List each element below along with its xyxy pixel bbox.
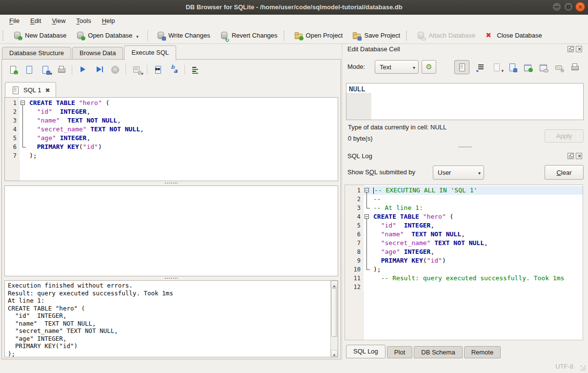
- menu-tools[interactable]: Tools: [71, 15, 96, 27]
- revert-changes-button[interactable]: Revert Changes: [215, 29, 283, 41]
- menu-file[interactable]: File: [4, 15, 25, 27]
- resize-grip[interactable]: [580, 365, 586, 371]
- menu-help[interactable]: Help: [97, 15, 121, 27]
- dropdown-caret-icon: [50, 69, 52, 77]
- fold-marker: [20, 125, 27, 134]
- save-as-file-button[interactable]: [506, 61, 518, 73]
- close-button[interactable]: [575, 2, 585, 12]
- save-sql-file-button[interactable]: [38, 63, 52, 76]
- tab-browse-data[interactable]: Browse Data: [72, 47, 123, 60]
- print-icon: [57, 65, 65, 74]
- write-changes-button[interactable]: Write Changes: [152, 29, 215, 41]
- fold-marker: [20, 116, 27, 125]
- clear-button[interactable]: Clear: [545, 165, 584, 180]
- close-database-button[interactable]: Close Database: [480, 29, 547, 41]
- auto-apply-button[interactable]: [422, 60, 436, 74]
- export-button[interactable]: [522, 61, 533, 73]
- null-margin: [346, 93, 371, 120]
- open-sql-file-button[interactable]: [22, 63, 36, 76]
- word-wrap-button[interactable]: [188, 63, 203, 76]
- menu-edit[interactable]: Edit: [25, 15, 46, 27]
- line-number: 6: [345, 230, 364, 239]
- dock-tab-plot[interactable]: Plot: [387, 346, 412, 358]
- line-number: 2: [5, 107, 20, 116]
- scroll-up-icon[interactable]: [331, 281, 338, 288]
- print-button[interactable]: [54, 63, 68, 76]
- code-line: 4 "secret_name" TEXT NOT NULL,: [5, 125, 338, 134]
- line-number: 11: [345, 274, 364, 283]
- sql-tab[interactable]: SQL 1: [5, 82, 56, 97]
- new-tab-button[interactable]: [6, 63, 20, 76]
- cell-panel-title: Edit Database Cell: [347, 45, 400, 53]
- fold-collapse-icon[interactable]: [364, 212, 371, 221]
- db-write-icon: [157, 31, 165, 40]
- float-panel-icon[interactable]: [568, 46, 574, 52]
- new-database-label: New Database: [25, 32, 66, 39]
- menu-view[interactable]: View: [46, 15, 71, 27]
- log-panel-header: SQL Log: [347, 152, 582, 160]
- new-database-button[interactable]: New Database: [8, 29, 71, 41]
- toolbar-separator: [125, 65, 126, 75]
- open-in-external-button[interactable]: [537, 61, 549, 73]
- mode-select[interactable]: Text: [375, 60, 419, 74]
- sql-editor[interactable]: 1CREATE TABLE "hero" (2 "id" INTEGER,3 "…: [4, 97, 338, 181]
- tab-database-structure[interactable]: Database Structure: [2, 47, 71, 60]
- minimize-button[interactable]: [552, 2, 562, 12]
- close-panel-icon[interactable]: [576, 46, 582, 52]
- submitter-select[interactable]: User: [433, 166, 484, 180]
- toolbar-handle: [284, 31, 287, 41]
- dock-tab-remote[interactable]: Remote: [464, 346, 501, 358]
- code-line: 9 PRIMARY KEY("id"): [345, 256, 583, 265]
- open-database-button[interactable]: Open Database: [71, 29, 143, 41]
- db-open-icon: [76, 31, 84, 40]
- find-replace-button[interactable]: [151, 63, 165, 76]
- code-line: 5 "id" INTEGER,: [345, 221, 583, 230]
- fold-margin: [20, 151, 27, 160]
- menubar: FileEditViewToolsHelp: [0, 15, 588, 27]
- execute-current-line-button[interactable]: [92, 63, 106, 76]
- close-database-label: Close Database: [497, 32, 542, 39]
- tab-execute-sql[interactable]: Execute SQL: [124, 45, 176, 60]
- db-new-icon: [13, 31, 21, 40]
- titlebar[interactable]: DB Browser for SQLite - /home/user/code/…: [0, 0, 588, 15]
- auto-completion-button[interactable]: [167, 63, 181, 76]
- line-number: 1: [5, 99, 20, 107]
- dock-splitter-handle[interactable]: [344, 145, 586, 149]
- splitter-handle[interactable]: [2, 181, 341, 185]
- code-line: 1-- EXECUTING ALL IN 'SQL 1': [345, 186, 583, 195]
- execution-log-text[interactable]: Execution finished without errors. Resul…: [8, 282, 329, 357]
- open-project-button[interactable]: Open Project: [289, 29, 348, 41]
- db-attach-icon: [417, 31, 425, 40]
- splitter-handle[interactable]: [2, 276, 341, 280]
- apply-button: Apply: [545, 129, 584, 143]
- indent-button[interactable]: [475, 61, 487, 73]
- cell-value-editor[interactable]: NULL: [346, 83, 584, 120]
- scroll-down-icon[interactable]: [331, 350, 338, 357]
- dock-drag-handle[interactable]: [342, 44, 344, 359]
- text-cursor: [373, 187, 374, 194]
- code-line: 1CREATE TABLE "hero" (: [5, 99, 338, 107]
- maximize-button[interactable]: [564, 2, 573, 12]
- sql-file-icon: [11, 86, 20, 94]
- dock-tab-bar: SQL LogPlotDB SchemaRemote: [346, 345, 502, 358]
- dock-tab-db-schema[interactable]: DB Schema: [414, 346, 462, 358]
- close-tab-icon[interactable]: [45, 86, 50, 94]
- execute-all-button[interactable]: [76, 63, 90, 76]
- scrollbar[interactable]: [330, 281, 338, 357]
- scroll-thumb[interactable]: [331, 288, 337, 337]
- text-mode-button[interactable]: [454, 60, 469, 74]
- print-cell-button[interactable]: [568, 61, 580, 73]
- line-number: 12: [345, 283, 364, 291]
- float-panel-icon[interactable]: [568, 153, 574, 159]
- toolbar-handle: [406, 31, 410, 41]
- toolbar-separator: [184, 65, 185, 75]
- fold-collapse-icon[interactable]: [364, 186, 371, 195]
- right-dock: Edit Database Cell Mode: Text NULL Type …: [344, 44, 586, 360]
- dock-tab-sql-log[interactable]: SQL Log: [346, 345, 385, 358]
- sql-log-editor[interactable]: 1-- EXECUTING ALL IN 'SQL 1'2--3-- At li…: [345, 185, 583, 340]
- save-project-button[interactable]: Save Project: [347, 29, 405, 41]
- fold-collapse-icon[interactable]: [20, 99, 27, 107]
- set-null-button: [553, 61, 565, 73]
- close-panel-icon[interactable]: [576, 153, 582, 159]
- fold-marker: [364, 239, 371, 248]
